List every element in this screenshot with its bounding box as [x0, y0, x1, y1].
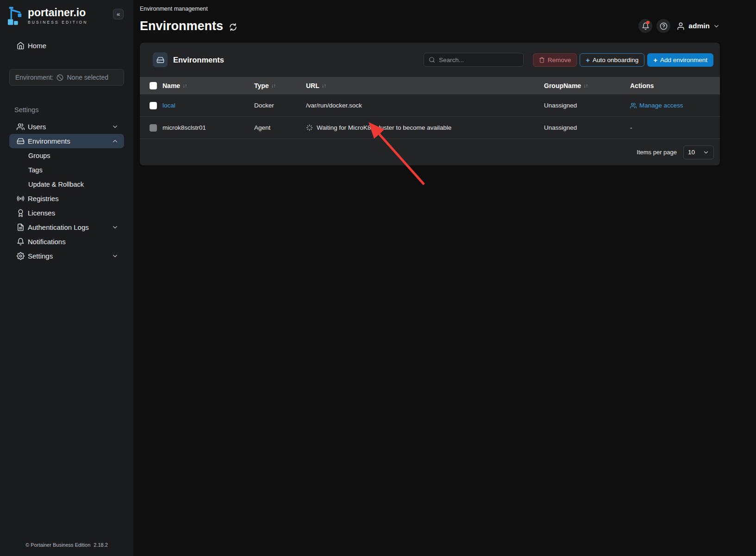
sidebar-section-label: Settings: [14, 106, 124, 114]
sidebar-item-groups[interactable]: Groups: [9, 148, 124, 163]
sidebar-item-environments[interactable]: Environments: [9, 134, 124, 148]
chevron-down-icon: [112, 253, 119, 259]
column-header-url[interactable]: URL ↓↑: [306, 82, 544, 89]
bell-icon: [17, 238, 25, 246]
sidebar-item-label: Notifications: [28, 238, 66, 246]
logo-title: portainer.io: [28, 7, 87, 18]
sidebar-item-label: Environments: [28, 137, 70, 145]
user-name: admin: [688, 22, 710, 30]
award-icon: [17, 209, 25, 217]
user-avatar-icon: [676, 22, 685, 31]
sort-icon: ↓↑: [322, 83, 326, 88]
table-row: local Docker /var/run/docker.sock Unassi…: [140, 94, 720, 116]
environment-status: Waiting for MicroK8s cluster to become a…: [306, 124, 544, 131]
sidebar-nav: Users Environments Groups Tags: [0, 120, 133, 263]
environment-selector-label: Environment:: [15, 74, 53, 81]
sidebar-subitem-label: Groups: [28, 152, 50, 159]
title-row: Environments: [140, 19, 237, 33]
sidebar-item-authentication-logs[interactable]: Authentication Logs: [9, 220, 124, 234]
plus-icon: +: [653, 57, 657, 63]
sidebar-item-label: Authentication Logs: [28, 223, 89, 231]
column-label: Actions: [630, 82, 654, 89]
panel-actions: Remove + Auto onboarding + Add environme…: [533, 53, 713, 67]
sort-icon: ↓↑: [271, 83, 276, 88]
chevron-down-icon: [112, 123, 119, 130]
environments-icon: [17, 137, 25, 145]
row-checkbox-disabled: [150, 124, 157, 132]
logo-text: portainer.io BUSINESS EDITION: [28, 7, 87, 24]
panel-header: Environments Remove: [140, 43, 720, 77]
column-label: Name: [162, 82, 180, 89]
search-box: [424, 53, 524, 67]
refresh-icon[interactable]: [229, 23, 237, 32]
loading-spinner-icon: [306, 124, 313, 131]
actions-empty: -: [630, 124, 713, 131]
logo-subtitle: BUSINESS EDITION: [28, 20, 87, 25]
page-header: Environment management Environments: [140, 6, 720, 33]
sidebar-item-settings[interactable]: Settings: [9, 249, 124, 263]
app-root: portainer.io BUSINESS EDITION « Home Env…: [0, 0, 756, 556]
add-environment-button[interactable]: + Add environment: [647, 53, 713, 67]
help-button[interactable]: [656, 19, 670, 33]
search-icon: [429, 57, 435, 63]
sidebar-collapse-button[interactable]: «: [113, 9, 124, 19]
header-right: admin: [638, 19, 720, 33]
environment-group: Unassigned: [544, 124, 630, 131]
sidebar-item-label: Licenses: [28, 209, 55, 217]
notifications-bell-button[interactable]: [638, 19, 652, 33]
auto-onboarding-button[interactable]: + Auto onboarding: [580, 53, 644, 67]
add-environment-button-label: Add environment: [660, 57, 707, 63]
auto-onboarding-button-label: Auto onboarding: [593, 57, 638, 63]
column-header-type[interactable]: Type ↓↑: [254, 82, 306, 89]
sidebar-item-label: Settings: [28, 252, 53, 260]
sidebar-footer: © Portainer Business Edition 2.18.2: [0, 542, 133, 548]
items-per-page-select[interactable]: 10: [683, 145, 714, 159]
sidebar-item-home[interactable]: Home: [9, 38, 124, 53]
environment-name-link[interactable]: local: [162, 102, 175, 109]
table-header: Name ↓↑ Type ↓↑ URL ↓↑ GroupName ↓↑ Acti…: [140, 77, 720, 94]
sidebar-item-users[interactable]: Users: [9, 120, 124, 134]
sidebar-subitem-label: Tags: [28, 166, 43, 174]
sidebar-item-label: Registries: [28, 195, 59, 202]
chevron-down-icon: [713, 23, 720, 30]
sidebar-item-tags[interactable]: Tags: [9, 163, 124, 177]
file-text-icon: [17, 223, 25, 231]
items-per-page-value: 10: [688, 149, 695, 156]
page-title: Environments: [140, 19, 223, 33]
items-per-page-label: Items per page: [637, 149, 677, 156]
row-checkbox[interactable]: [150, 102, 157, 109]
copyright-text: © Portainer Business Edition: [25, 542, 90, 548]
column-label: URL: [306, 82, 319, 89]
user-menu[interactable]: admin: [676, 22, 720, 31]
chevron-down-icon: [703, 149, 709, 156]
manage-access-label: Manage access: [639, 102, 683, 109]
version-text: 2.18.2: [94, 542, 108, 548]
manage-access-link[interactable]: Manage access: [630, 102, 713, 109]
broadcast-icon: [17, 195, 25, 202]
column-header-name[interactable]: Name ↓↑: [162, 82, 254, 89]
sort-icon: ↓↑: [182, 83, 187, 88]
gear-icon: [17, 252, 25, 260]
environment-selector[interactable]: Environment: None selected: [9, 69, 124, 86]
breadcrumb[interactable]: Environment management: [140, 6, 237, 12]
sidebar: portainer.io BUSINESS EDITION « Home Env…: [0, 0, 133, 556]
sidebar-item-registries[interactable]: Registries: [9, 191, 124, 206]
environment-type: Agent: [254, 124, 306, 131]
table-footer: Items per page 10: [140, 139, 720, 165]
environment-selector-value: None selected: [67, 74, 108, 81]
main-content: Environment management Environments: [133, 0, 756, 556]
sidebar-item-update-rollback[interactable]: Update & Rollback: [9, 177, 124, 191]
column-header-groupname[interactable]: GroupName ↓↑: [544, 82, 630, 89]
home-icon: [17, 42, 25, 50]
sidebar-item-licenses[interactable]: Licenses: [9, 206, 124, 220]
portainer-logo-icon: [7, 6, 23, 25]
column-label: Type: [254, 82, 269, 89]
sidebar-item-notifications[interactable]: Notifications: [9, 234, 124, 249]
environment-url: /var/run/docker.sock: [306, 102, 544, 109]
remove-button[interactable]: Remove: [533, 53, 577, 67]
select-all-checkbox[interactable]: [150, 82, 157, 89]
chevron-down-icon: [112, 224, 119, 231]
remove-button-label: Remove: [548, 57, 571, 63]
trash-icon: [539, 57, 545, 63]
search-input[interactable]: [439, 57, 519, 63]
